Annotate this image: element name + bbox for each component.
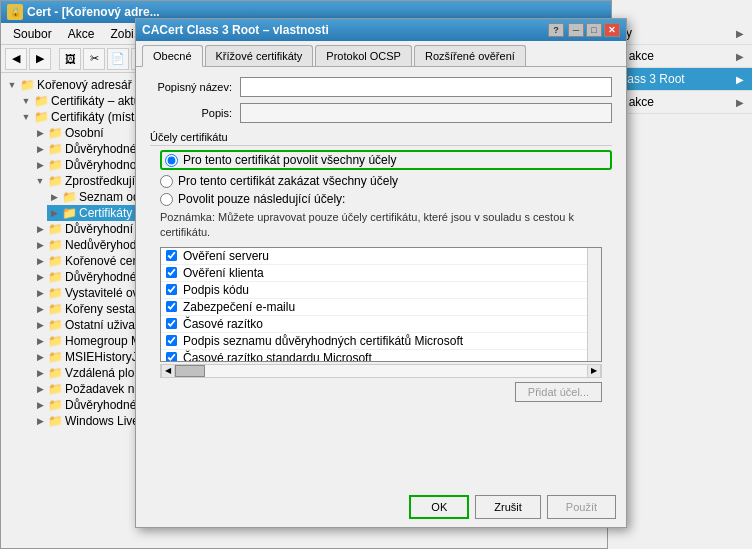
chevron-icon: ▶ [736, 28, 744, 39]
folder-icon: 📁 [47, 126, 63, 140]
folder-icon: 📁 [47, 302, 63, 316]
popisny-nazev-input[interactable] [240, 77, 612, 97]
add-purpose-button[interactable]: Přidat účel... [515, 382, 602, 402]
apply-button[interactable]: Použít [547, 495, 616, 519]
right-panel-item-2[interactable]: ší akce ▶ [608, 45, 752, 68]
ok-button[interactable]: OK [409, 495, 469, 519]
cancel-button[interactable]: Zrušit [475, 495, 541, 519]
checklist-scrollbar[interactable] [587, 248, 601, 361]
close-button[interactable]: ✕ [604, 23, 620, 37]
folder-icon: 📁 [33, 110, 49, 124]
checklist-label-7: Časové razítko standardu Microsoft [183, 351, 372, 362]
tab-krizove[interactable]: Křížové certifikáty [205, 45, 314, 66]
folder-icon: 📁 [47, 238, 63, 252]
tab-obecne[interactable]: Obecné [142, 45, 203, 67]
toolbar-forward[interactable]: ▶ [29, 48, 51, 70]
menu-akce[interactable]: Akce [60, 25, 103, 43]
tree-label: Vzdálená plo... [65, 366, 144, 380]
modal-titlebar: CACert Class 3 Root – vlastnosti ? ─ □ ✕ [136, 19, 626, 41]
right-panel-item-1[interactable]: áty ▶ [608, 22, 752, 45]
app-icon: 🔒 [7, 4, 23, 20]
add-btn-row: Přidat účel... [160, 382, 602, 402]
modal-help-button[interactable]: ? [548, 23, 564, 37]
checklist-label-6: Podpis seznamu důvěryhodných certifikátů… [183, 334, 463, 348]
folder-icon: 📁 [47, 318, 63, 332]
checklist-checkbox-5[interactable] [166, 318, 177, 329]
expand-icon: ▶ [33, 302, 47, 316]
radio-label-3: Povolit pouze následující účely: [178, 192, 345, 206]
checklist-label-1: Ověření serveru [183, 249, 269, 263]
checklist-item-2: Ověření klienta [161, 265, 587, 282]
checklist-label-4: Zabezpečení e-mailu [183, 300, 295, 314]
checklist-checkbox-4[interactable] [166, 301, 177, 312]
right-panel-item-4[interactable]: ší akce ▶ [608, 91, 752, 114]
expand-icon: ▶ [33, 398, 47, 412]
minimize-button[interactable]: ─ [568, 23, 584, 37]
modal-footer: OK Zrušit Použít [409, 495, 616, 519]
menu-soubor[interactable]: Soubor [5, 25, 60, 43]
popis-input[interactable] [240, 103, 612, 123]
toolbar-back[interactable]: ◀ [5, 48, 27, 70]
radio-row-3: Povolit pouze následující účely: [160, 192, 612, 206]
radio-all-deny[interactable] [160, 175, 173, 188]
toolbar-btn3[interactable]: 🖼 [59, 48, 81, 70]
expand-icon: ▼ [19, 94, 33, 108]
scroll-right-arrow[interactable]: ▶ [587, 364, 601, 378]
scroll-thumb[interactable] [175, 365, 205, 377]
folder-icon: 📁 [47, 414, 63, 428]
folder-icon: 📁 [61, 206, 77, 220]
modal-title: CACert Class 3 Root – vlastnosti [142, 23, 329, 37]
chevron-icon: ▶ [736, 74, 744, 85]
checklist-item-5: Časové razítko [161, 316, 587, 333]
expand-icon: ▶ [33, 382, 47, 396]
expand-icon: ▶ [33, 350, 47, 364]
checklist-checkbox-1[interactable] [166, 250, 177, 261]
expand-icon: ▶ [33, 142, 47, 156]
expand-icon: ▶ [33, 126, 47, 140]
toolbar-btn5[interactable]: 📄 [107, 48, 129, 70]
scroll-track [175, 365, 587, 377]
radio-group: Pro tento certifikát povolit všechny úče… [160, 150, 612, 206]
folder-icon: 📁 [47, 222, 63, 236]
tab-rozsirene[interactable]: Rozšířené ověření [414, 45, 526, 66]
popisny-nazev-row: Popisný název: [150, 77, 612, 97]
checklist-checkbox-6[interactable] [166, 335, 177, 346]
folder-icon: 📁 [61, 190, 77, 204]
maximize-button[interactable]: □ [586, 23, 602, 37]
checklist-label-5: Časové razítko [183, 317, 263, 331]
toolbar-btn4[interactable]: ✂ [83, 48, 105, 70]
folder-icon: 📁 [47, 382, 63, 396]
folder-icon: 📁 [47, 286, 63, 300]
radio-label-2: Pro tento certifikát zakázat všechny úče… [178, 174, 398, 188]
checklist-item-4: Zabezpečení e-mailu [161, 299, 587, 316]
folder-icon: 📁 [47, 270, 63, 284]
checklist-checkbox-3[interactable] [166, 284, 177, 295]
scroll-left-arrow[interactable]: ◀ [161, 364, 175, 378]
checklist-container[interactable]: Ověření serveru Ověření klienta Podpis k… [160, 247, 602, 362]
checklist-item-7: Časové razítko standardu Microsoft [161, 350, 587, 362]
modal-tabs: Obecné Křížové certifikáty Protokol OCSP… [136, 41, 626, 67]
modal-body: Popisný název: Popis: Účely certifikátu … [136, 67, 626, 412]
expand-icon: ▶ [33, 334, 47, 348]
radio-label-1: Pro tento certifikát povolit všechny úče… [183, 153, 396, 167]
checklist-checkbox-2[interactable] [166, 267, 177, 278]
expand-icon: ▼ [5, 78, 19, 92]
modal-dialog: CACert Class 3 Root – vlastnosti ? ─ □ ✕… [135, 18, 627, 528]
popisny-nazev-label: Popisný název: [150, 81, 240, 93]
expand-icon: ▶ [33, 158, 47, 172]
folder-icon: 📁 [47, 366, 63, 380]
checklist-checkbox-7[interactable] [166, 352, 177, 362]
folder-icon: 📁 [47, 334, 63, 348]
right-panel-item-3[interactable]: Class 3 Root ▶ [608, 68, 752, 91]
radio-custom[interactable] [160, 193, 173, 206]
expand-icon: ▶ [33, 366, 47, 380]
expand-icon: ▶ [33, 254, 47, 268]
expand-icon: ▼ [33, 174, 47, 188]
tree-label: Osobní [65, 126, 104, 140]
folder-icon: 📁 [33, 94, 49, 108]
ucely-section-label: Účely certifikátu [150, 131, 612, 146]
radio-all-allow[interactable] [165, 154, 178, 167]
horizontal-scrollbar[interactable]: ◀ ▶ [160, 364, 602, 378]
tab-ocsp[interactable]: Protokol OCSP [315, 45, 412, 66]
folder-icon: 📁 [47, 142, 63, 156]
